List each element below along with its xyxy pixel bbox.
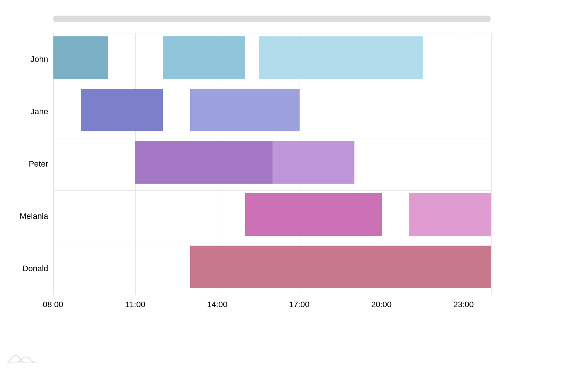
y-axis-category-label: Melania — [20, 211, 48, 221]
x-axis-tick-label: 14:00 — [207, 300, 227, 309]
gridline-horizontal — [53, 86, 491, 86]
gantt-bar[interactable] — [190, 246, 491, 288]
gantt-bar[interactable] — [135, 141, 272, 184]
amcharts-logo-icon — [6, 353, 39, 365]
y-axis-category-label: Peter — [29, 159, 48, 169]
x-axis-tick-label: 11:00 — [125, 300, 145, 309]
gridline-horizontal — [53, 190, 491, 191]
gridline-horizontal — [53, 138, 491, 138]
gantt-bar[interactable] — [259, 36, 423, 79]
plot-area[interactable] — [53, 33, 492, 295]
gantt-bar[interactable] — [245, 193, 382, 236]
y-axis-category-label: Donald — [22, 264, 48, 273]
x-axis-tick-label: 20:00 — [371, 300, 392, 309]
gantt-bar[interactable] — [53, 36, 108, 79]
gridline-horizontal — [53, 243, 491, 243]
gantt-bar[interactable] — [190, 89, 300, 131]
x-axis-tick-label: 23:00 — [453, 300, 474, 309]
x-axis-tick-label: 17:00 — [289, 300, 310, 309]
y-axis-category-label: John — [30, 55, 48, 64]
gantt-bar[interactable] — [409, 193, 491, 236]
gantt-bar[interactable] — [81, 89, 163, 131]
y-axis-category-label: Jane — [30, 107, 48, 116]
horizontal-scrollbar[interactable] — [53, 16, 491, 22]
gantt-bar[interactable] — [163, 36, 245, 79]
x-axis-tick-label: 08:00 — [43, 300, 63, 309]
gantt-bar[interactable] — [272, 141, 354, 184]
